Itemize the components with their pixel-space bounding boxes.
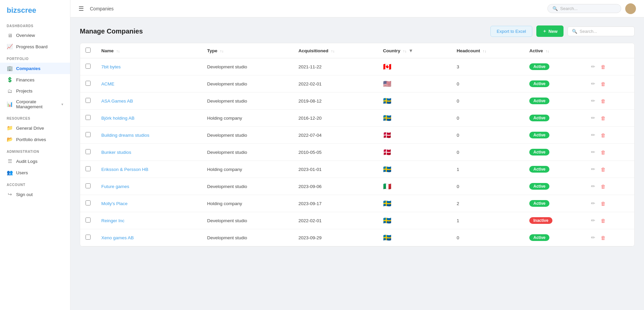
chevron-down-icon: ▾ (61, 102, 63, 107)
row-name-3: Björk holding AB (96, 110, 202, 127)
row-checkbox-0[interactable] (86, 64, 91, 69)
topbar-search-input[interactable] (560, 6, 610, 11)
edit-button-6[interactable]: ✏ (590, 165, 596, 173)
company-link-3[interactable]: Björk holding AB (101, 116, 135, 121)
row-checkbox-8[interactable] (86, 200, 91, 205)
sidebar-icon-portfolio-drives: 📂 (7, 136, 13, 142)
row-country-10: 🇸🇪 (378, 229, 451, 246)
sidebar-item-finances[interactable]: 💲Finances (0, 74, 70, 85)
row-type-3: Holding company (202, 110, 293, 127)
sidebar-item-portfolio-drives[interactable]: 📂Portfolio drives (0, 134, 70, 145)
sidebar-item-users[interactable]: 👥Users (0, 167, 70, 178)
delete-button-0[interactable]: 🗑 (600, 63, 607, 71)
edit-button-4[interactable]: ✏ (590, 131, 596, 139)
row-checkbox-cell-5 (80, 144, 96, 161)
sidebar-label-audit-logs: Audit Logs (16, 159, 38, 164)
edit-button-0[interactable]: ✏ (590, 63, 596, 71)
sidebar-icon-general-drive: 📁 (7, 125, 13, 131)
sort-name-icon[interactable]: ↑↓ (116, 49, 120, 53)
edit-button-1[interactable]: ✏ (590, 80, 596, 88)
edit-button-10[interactable]: ✏ (590, 234, 596, 242)
edit-button-8[interactable]: ✏ (590, 199, 596, 207)
edit-button-9[interactable]: ✏ (590, 216, 596, 225)
row-acq-7: 2023-09-06 (293, 178, 378, 195)
table-row: ASA Games AB Development studio 2019-08-… (80, 92, 634, 110)
row-checkbox-cell-7 (80, 178, 96, 195)
sidebar-item-audit-logs[interactable]: ☰Audit Logs (0, 156, 70, 167)
flag-5: 🇩🇰 (383, 148, 391, 156)
company-link-6[interactable]: Eriksson & Persson HB (101, 167, 148, 172)
row-checkbox-5[interactable] (86, 149, 91, 154)
main-content: ☰ Companies 🔍 Manage Companies Export to… (70, 0, 644, 310)
row-checkbox-1[interactable] (86, 81, 91, 86)
status-badge-6: Active (529, 166, 549, 173)
company-link-2[interactable]: ASA Games AB (101, 99, 133, 104)
sidebar-item-projects[interactable]: 🗂Projects (0, 85, 70, 97)
row-checkbox-7[interactable] (86, 183, 91, 188)
row-status-2: Active (524, 92, 585, 110)
delete-button-5[interactable]: 🗑 (600, 148, 607, 156)
sort-active-icon[interactable]: ↑↓ (546, 49, 549, 53)
sidebar-item-companies[interactable]: 🏢Companies (0, 63, 70, 74)
delete-button-6[interactable]: 🗑 (600, 166, 607, 173)
company-link-5[interactable]: Bunker studios (101, 150, 131, 155)
sidebar-item-general-drive[interactable]: 📁General Drive (0, 122, 70, 134)
company-link-8[interactable]: Molly's Place (101, 201, 127, 206)
edit-button-3[interactable]: ✏ (590, 114, 596, 122)
company-link-7[interactable]: Future games (101, 184, 129, 189)
menu-icon[interactable]: ☰ (78, 5, 84, 12)
row-status-1: Active (524, 75, 585, 92)
row-checkbox-6[interactable] (86, 166, 91, 171)
row-acq-5: 2010-05-05 (293, 144, 378, 161)
sidebar-item-sign-out[interactable]: ↪Sign out (0, 189, 70, 200)
export-to-excel-button[interactable]: Export to Excel (490, 26, 532, 37)
row-checkbox-cell-9 (80, 212, 96, 229)
table-row: Building dreams studios Development stud… (80, 127, 634, 144)
companies-table-container: Name ↑↓ Type ↑↓ Acquisitioned ↑↓ Country… (80, 43, 635, 247)
company-link-10[interactable]: Xeno games AB (101, 235, 134, 240)
flag-10: 🇸🇪 (383, 234, 391, 241)
sidebar-item-progress-board[interactable]: 📈Progress Board (0, 41, 70, 52)
edit-button-2[interactable]: ✏ (590, 97, 596, 105)
row-actions-2: ✏ 🗑 (585, 92, 634, 110)
sort-type-icon[interactable]: ↑↓ (220, 49, 224, 53)
company-link-9[interactable]: Reinger Inc (101, 218, 124, 223)
edit-button-7[interactable]: ✏ (590, 182, 596, 190)
delete-button-1[interactable]: 🗑 (600, 80, 607, 88)
company-link-4[interactable]: Building dreams studios (101, 133, 149, 138)
status-badge-3: Active (529, 115, 549, 121)
row-type-10: Development studio (202, 229, 293, 246)
sort-headcount-icon[interactable]: ↑↓ (483, 49, 486, 53)
delete-button-9[interactable]: 🗑 (600, 217, 607, 225)
sidebar-item-corporate-management[interactable]: 📊Corporate Management▾ (0, 97, 70, 112)
filter-country-icon[interactable]: ▼ (409, 48, 413, 53)
sort-country-icon[interactable]: ↑↓ (403, 49, 407, 53)
row-actions-8: ✏ 🗑 (585, 195, 634, 212)
delete-button-10[interactable]: 🗑 (600, 234, 607, 242)
delete-button-4[interactable]: 🗑 (600, 131, 607, 139)
delete-button-7[interactable]: 🗑 (600, 183, 607, 190)
row-checkbox-3[interactable] (86, 115, 91, 120)
row-checkbox-9[interactable] (86, 218, 91, 223)
page-search-input[interactable] (580, 29, 627, 34)
delete-button-2[interactable]: 🗑 (600, 97, 607, 105)
col-active: Active ↑↓ (524, 43, 585, 58)
avatar[interactable] (625, 3, 636, 14)
delete-button-3[interactable]: 🗑 (600, 114, 607, 122)
row-checkbox-4[interactable] (86, 132, 91, 137)
sidebar-section-label-administration: ADMINISTRATION (0, 145, 70, 156)
row-checkbox-2[interactable] (86, 98, 91, 103)
edit-button-5[interactable]: ✏ (590, 148, 596, 156)
sort-acq-icon[interactable]: ↑↓ (331, 49, 335, 53)
delete-button-8[interactable]: 🗑 (600, 200, 607, 207)
sidebar-item-overview[interactable]: 🖥Overview (0, 30, 70, 41)
row-status-9: Inactive (524, 212, 585, 229)
company-link-1[interactable]: ACME (101, 81, 114, 86)
row-checkbox-cell-0 (80, 58, 96, 75)
company-link-0[interactable]: 7bit bytes (101, 64, 121, 69)
select-all-checkbox[interactable] (86, 48, 91, 53)
row-name-6: Eriksson & Persson HB (96, 161, 202, 178)
status-badge-9: Inactive (529, 217, 552, 224)
row-checkbox-10[interactable] (86, 235, 91, 240)
new-button[interactable]: ＋ New (536, 25, 564, 37)
